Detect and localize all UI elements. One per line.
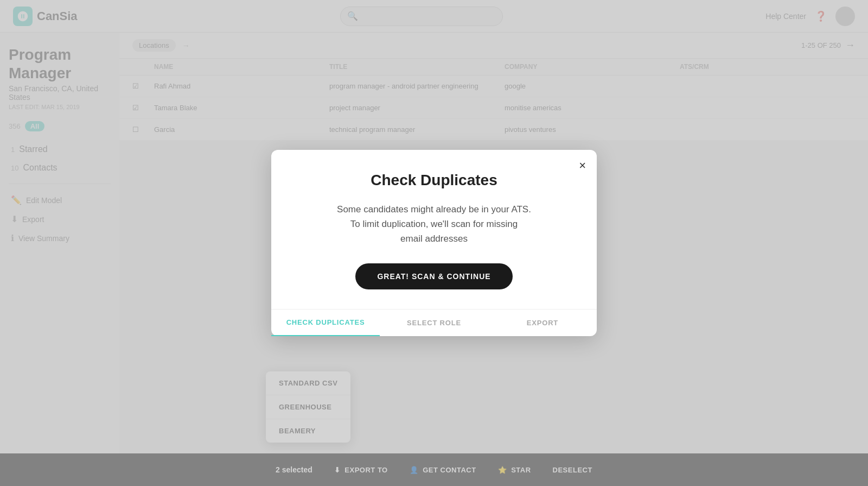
modal-tabs: CHECK DUPLICATES SELECT ROLE EXPORT — [271, 309, 597, 336]
modal-body-line1: Some candidates might already be in your… — [337, 204, 531, 214]
scan-continue-button[interactable]: GREAT! SCAN & CONTINUE — [355, 263, 512, 289]
modal-body-line3: email addresses — [400, 233, 468, 244]
tab-select-role[interactable]: SELECT ROLE — [380, 310, 488, 336]
modal-close-button[interactable]: × — [579, 159, 586, 173]
modal-title: Check Duplicates — [297, 172, 571, 189]
modal-cta: GREAT! SCAN & CONTINUE — [297, 263, 571, 289]
modal-body: Some candidates might already be in your… — [297, 202, 571, 247]
modal-body-line2: To limit duplication, we'll scan for mis… — [350, 219, 518, 229]
tab-export[interactable]: EXPORT — [488, 310, 597, 336]
check-duplicates-modal: × Check Duplicates Some candidates might… — [271, 150, 597, 337]
tab-check-duplicates[interactable]: CHECK DUPLICATES — [271, 310, 380, 336]
modal-overlay: × Check Duplicates Some candidates might… — [0, 0, 868, 486]
